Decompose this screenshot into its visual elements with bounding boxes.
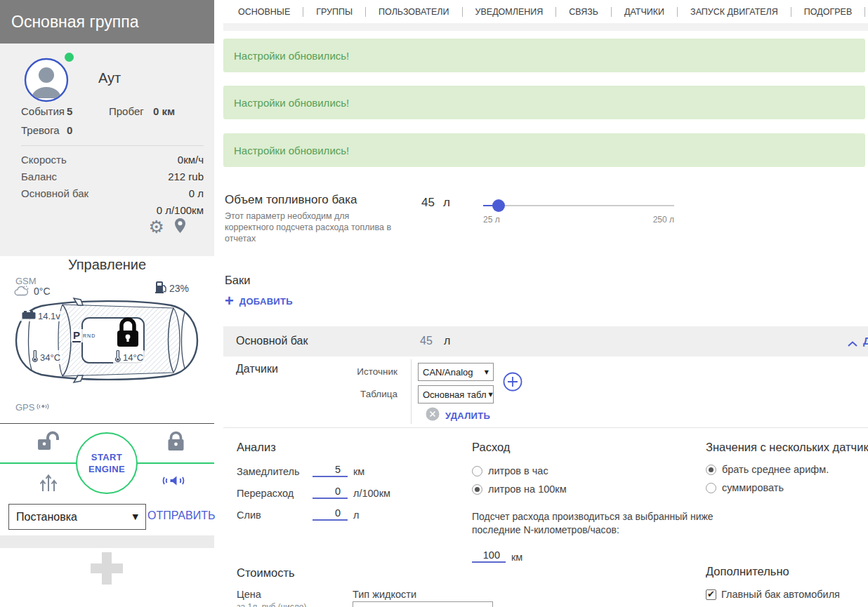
slider-min-label: 25 л	[483, 215, 500, 225]
settings-gear-icon[interactable]: ⚙	[149, 218, 164, 236]
n-kilometers-row: 100 км	[472, 549, 522, 563]
fuel-volume-value[interactable]: 45л	[421, 196, 450, 210]
radio-icon	[472, 466, 482, 476]
tab-main[interactable]: ОСНОВНЫЕ	[232, 7, 296, 17]
thermometer-icon	[114, 350, 121, 364]
car-illustration	[11, 297, 203, 384]
tab-fuel[interactable]: ТОПЛИВО	[858, 7, 868, 17]
tank-row[interactable]: Основной бак 45 л Д	[223, 326, 868, 356]
n-kilometers-input[interactable]: 100	[472, 549, 506, 563]
tab-groups[interactable]: ГРУППЫ	[296, 7, 359, 17]
select-caret-icon: ▼	[488, 392, 492, 398]
radio-liters-per-hour[interactable]: литров в час	[472, 465, 548, 476]
vehicle-locked-icon	[113, 316, 143, 348]
tabbar-divider	[223, 23, 868, 31]
exhaust-arrows-icon[interactable]	[39, 472, 58, 495]
add-sensor-button[interactable]	[503, 372, 522, 394]
send-command-button[interactable]: ОТПРАВИТЬ	[147, 509, 215, 522]
events-value: 5	[67, 105, 72, 117]
sensors-title: Датчики	[236, 363, 278, 375]
radio-icon	[472, 484, 482, 495]
tab-notifications[interactable]: УВЕДОМЛЕНИЯ	[456, 7, 550, 17]
avatar[interactable]	[24, 58, 69, 102]
tab-connection[interactable]: СВЯЗЬ	[549, 7, 605, 17]
drain-input[interactable]: 0	[313, 507, 348, 521]
unlock-button[interactable]	[37, 431, 62, 455]
outside-temperature: 0°C	[14, 284, 51, 298]
lock-button[interactable]	[166, 431, 185, 455]
radio-sum[interactable]: суммировать	[706, 482, 784, 493]
command-select[interactable]: Постановка ▼	[8, 504, 146, 530]
fuel-volume-slider[interactable]: 25 л 250 л	[483, 198, 674, 223]
start-engine-button[interactable]: START ENGINE	[76, 432, 138, 494]
fuel-volume-title: Объем топливного бака	[225, 193, 357, 207]
settings-main: ОСНОВНЫЕ ГРУППЫ ПОЛЬЗОВАТЕЛИ УВЕДОМЛЕНИЯ…	[223, 0, 868, 607]
multi-sensor-title: Значения с нескольких датчиков	[706, 441, 868, 454]
weather-cloud-icon	[14, 284, 31, 298]
alarm-label: Тревога	[21, 124, 60, 136]
x-circle-icon	[426, 407, 440, 424]
metric-speed: Скорость 0км/ч	[21, 152, 204, 168]
tab-sensors[interactable]: ДАТЧИКИ	[605, 7, 671, 17]
fuel-level-indicator: 23%	[155, 281, 189, 295]
tab-heating[interactable]: ПОДОГРЕВ	[784, 7, 858, 17]
main-tank-checkbox-row[interactable]: Главный бак автомобиля	[706, 589, 840, 600]
radio-icon	[706, 483, 716, 493]
consumption-title: Расход	[472, 441, 510, 454]
plus-icon: +	[225, 295, 234, 307]
alarm-value: 0	[67, 124, 72, 136]
control-section-title: Управление	[0, 257, 214, 273]
clipped-action-label[interactable]: Д	[863, 335, 868, 347]
overconsumption-input[interactable]: 0	[313, 486, 348, 499]
divider-band	[0, 535, 214, 548]
fuel-volume-description: Этот параметр необходим для корректного …	[225, 211, 397, 244]
group-title: Основная группа	[0, 0, 214, 44]
metric-main-tank: Основной бак 0 л	[21, 185, 204, 202]
gps-signal-icon	[36, 401, 50, 413]
tab-engine-start[interactable]: ЗАПУСК ДВИГАТЕЛЯ	[671, 7, 784, 17]
radio-liters-per-100km[interactable]: литров на 100км	[472, 483, 567, 495]
source-select[interactable]: CAN/Analog ▼	[418, 363, 494, 381]
radio-average[interactable]: брать среднее арифм.	[706, 464, 829, 475]
collapse-chevron-up-icon[interactable]	[847, 338, 858, 350]
fuel-pump-icon	[155, 281, 166, 295]
consumption-note: Подсчет расхода производиться за выбранн…	[472, 510, 716, 537]
analysis-row: Перерасход 0 л/100км	[237, 486, 390, 499]
gps-status: GPS	[15, 401, 50, 413]
vehicle-sidebar: Основная группа Аут События 5 Пробег 0 к…	[0, 0, 214, 607]
add-vehicle-plus-icon[interactable]	[91, 552, 123, 585]
events-label: События	[21, 105, 65, 117]
sensors-panel: Датчики Источник Таблица CAN/Analog ▼ Ос…	[223, 356, 868, 428]
siren-sound-button[interactable]	[162, 472, 185, 493]
delete-sensor-button[interactable]: УДАЛИТЬ	[426, 407, 490, 424]
decelerator-input[interactable]: 5	[313, 464, 348, 477]
radio-icon	[706, 465, 716, 475]
metric-consumption: 0 л/100км	[21, 202, 204, 219]
gear-indicator: P RND	[71, 329, 97, 342]
tab-users[interactable]: ПОЛЬЗОВАТЕЛИ	[359, 7, 455, 17]
slider-track[interactable]	[483, 205, 674, 206]
price-label: Цена	[237, 589, 261, 600]
analysis-row: Замедлитель 5 км	[237, 464, 364, 477]
settings-updated-banner: Настройки обновились!	[223, 86, 865, 119]
tank-volume-unit: л	[444, 335, 450, 347]
cost-title: Стоимость	[237, 566, 295, 580]
location-pin-icon[interactable]	[174, 218, 186, 236]
fluid-type-select[interactable]	[353, 601, 493, 607]
car-top-view: 14.1v P RND 34°C 14°C	[11, 297, 203, 384]
add-tank-button[interactable]: + ДОБАВИТЬ	[225, 295, 293, 307]
divider	[0, 423, 214, 424]
source-label: Источник	[330, 366, 397, 377]
engine-temperature: 34°C	[30, 350, 62, 364]
table-select[interactable]: Основная табл ▼	[418, 385, 494, 403]
tank-volume-value[interactable]: 45	[420, 335, 433, 347]
mileage-label: Пробег	[109, 105, 144, 117]
divider	[21, 145, 204, 146]
table-label: Таблица	[330, 389, 397, 399]
slider-thumb[interactable]	[492, 199, 505, 212]
fluid-type-label: Тип жидкости	[353, 589, 416, 600]
divider	[411, 359, 412, 424]
extra-title: Дополнительно	[706, 565, 789, 578]
slider-max-label: 250 л	[653, 215, 674, 225]
select-caret-icon: ▼	[133, 512, 138, 521]
